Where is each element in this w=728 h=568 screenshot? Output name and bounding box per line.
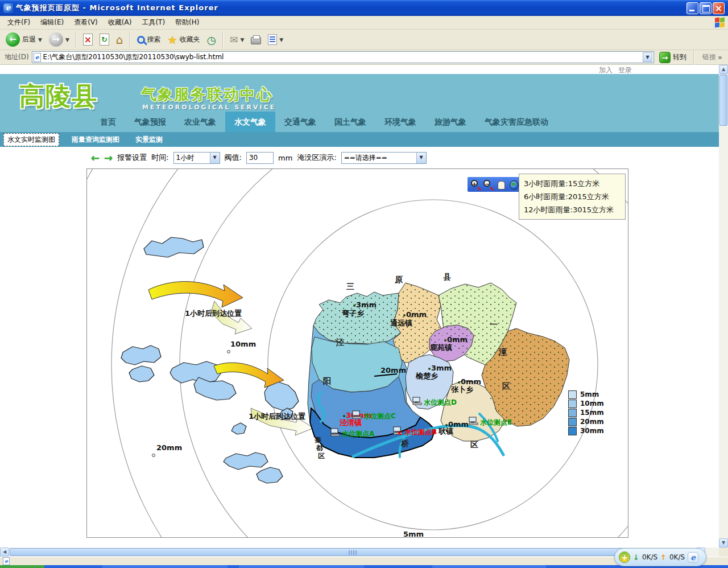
close-button[interactable] (713, 2, 725, 14)
menu-file[interactable]: 文件(F) (2, 16, 35, 29)
subtab-live-view[interactable]: 实景监测 (132, 134, 166, 146)
favorites-button[interactable]: ★ 收藏夹 (166, 32, 202, 47)
tab-agriculture[interactable]: 农业气象 (175, 112, 225, 132)
back-label: 后退 (22, 35, 36, 44)
minimize-button[interactable] (686, 2, 698, 14)
menu-edit[interactable]: 编辑(E) (35, 16, 69, 29)
sub-nav: 水文实时监测图 雨量查询监测图 实景监测 (0, 132, 719, 147)
station-label-d[interactable]: 水位测点D (424, 398, 457, 408)
flood-demo-label: 淹没区演示: (297, 153, 336, 163)
edit-dropdown-icon[interactable]: ▼ (279, 37, 283, 43)
legend-label: 15mm (580, 409, 604, 417)
neighbor-label: 桥 (401, 439, 409, 449)
forward-dropdown-icon[interactable]: ▼ (65, 37, 69, 43)
maximize-button[interactable] (700, 2, 712, 14)
home-button[interactable]: ⌂ (114, 32, 126, 47)
flood-select-value: ==请选择== (342, 153, 416, 163)
tab-tourism[interactable]: 旅游气象 (425, 112, 475, 132)
forward-button[interactable]: → ▼ (47, 31, 72, 48)
horizontal-scroll-thumb[interactable] (10, 548, 695, 556)
station-icon-a[interactable] (330, 428, 341, 437)
chevron-down-icon: ▼ (210, 153, 220, 163)
mail-button[interactable]: ✉ ▼ (228, 33, 246, 47)
threshold-label: 阀值: (225, 153, 242, 163)
windows-logo-icon (714, 17, 726, 28)
stop-button[interactable] (81, 32, 95, 47)
tab-weather-forecast[interactable]: 气象预报 (125, 112, 175, 132)
neighbor-label: 原 (395, 275, 403, 285)
taskbar[interactable] (0, 565, 728, 568)
time-select[interactable]: 1小时 ▼ (173, 152, 220, 164)
taskbar-button[interactable] (432, 565, 546, 568)
zoom-out-icon[interactable]: − (483, 180, 493, 190)
scrollbar-corner (719, 548, 728, 557)
menu-view[interactable]: 查看(V) (69, 16, 103, 29)
tab-hydrology[interactable]: 水文气象 (225, 112, 275, 132)
station-icon-c[interactable] (352, 410, 362, 419)
go-button[interactable]: → 转到 (657, 52, 689, 63)
threshold-unit: mm (278, 154, 292, 162)
arrow-label-1h: 1小时后到达位置 (249, 411, 305, 422)
address-input[interactable]: e E:\气象台\原型20110530\原型20110530\swyb-list… (32, 51, 654, 63)
map-canvas (87, 169, 628, 538)
page-icon: e (34, 53, 41, 62)
full-extent-globe-icon[interactable] (509, 180, 519, 190)
station-label-b[interactable]: 水位测点B (404, 427, 437, 437)
history-button[interactable]: ◷ (205, 32, 219, 47)
yellow-arrow-icon (148, 282, 243, 307)
mail-icon: ✉ (230, 34, 238, 46)
contour-marker (152, 454, 155, 457)
taskbar-button[interactable] (102, 565, 228, 568)
speed-monitor-widget[interactable]: ↓ 0K/S ↑ 0K/S e (614, 548, 706, 566)
flood-select[interactable]: ==请选择== ▼ (341, 152, 427, 164)
legend-swatch (568, 427, 577, 435)
back-dropdown-icon[interactable]: ▼ (38, 37, 42, 43)
print-icon (251, 37, 261, 44)
station-label-a[interactable]: 水位测点A (342, 429, 374, 439)
ie-window: e 气象预报页面原型 - Microsoft Internet Explorer… (0, 0, 728, 568)
scroll-down-icon[interactable]: ▼ (719, 538, 728, 548)
address-dropdown-icon[interactable]: ▼ (643, 52, 652, 62)
scroll-up-icon[interactable]: ▲ (719, 65, 728, 74)
download-speed: 0K/S (642, 553, 657, 561)
station-label-c[interactable]: 水位测点C (363, 411, 396, 421)
menu-help[interactable]: 帮助(H) (170, 16, 204, 29)
back-button[interactable]: ← 后退 ▼ (3, 31, 44, 48)
tab-home[interactable]: 首页 (91, 112, 125, 132)
prev-arrow-icon[interactable]: ← (91, 152, 100, 164)
refresh-button[interactable] (97, 32, 111, 47)
horizontal-scrollbar[interactable]: ◀ ▶ (0, 548, 719, 557)
station-icon-e[interactable] (469, 417, 479, 425)
station-label-e[interactable]: 水位测点E (480, 418, 512, 427)
menu-tools[interactable]: 工具(T) (136, 16, 170, 29)
subtab-rainfall-query[interactable]: 雨量查询监测图 (68, 134, 123, 146)
menu-favorites[interactable]: 收藏(A) (103, 16, 137, 29)
taskbar-button[interactable] (239, 565, 364, 568)
station-icon-d[interactable] (412, 397, 423, 405)
vertical-scrollbar[interactable]: ▲ ▼ (719, 65, 728, 548)
tab-emergency[interactable]: 气象灾害应急联动 (475, 112, 557, 132)
zoom-in-icon[interactable]: + (471, 180, 481, 190)
security-360-icon[interactable] (619, 551, 630, 563)
tab-environment[interactable]: 环境气象 (375, 112, 425, 132)
print-button[interactable] (249, 34, 263, 46)
subtab-realtime-map[interactable]: 水文实时监测图 (3, 133, 59, 146)
links-button[interactable]: 链接 (699, 52, 726, 62)
edit-button[interactable]: ▼ (266, 33, 286, 46)
station-icon-b[interactable]: × (393, 426, 403, 435)
mail-dropdown-icon[interactable]: ▼ (240, 37, 244, 43)
search-button[interactable]: 搜索 (135, 34, 163, 46)
pan-hand-icon[interactable] (497, 180, 506, 190)
next-arrow-icon[interactable]: → (104, 152, 113, 164)
tab-land[interactable]: 国土气象 (325, 112, 375, 132)
rainfall-legend: 5mm 10mm 15mm 20mm 30mm (568, 390, 604, 435)
hydrology-map[interactable]: + − 3小时面雨量:15立方米 6小时面雨量:2015立方米 12小时面雨量:… (86, 168, 628, 538)
legend-swatch (568, 418, 577, 426)
threshold-input[interactable] (246, 152, 274, 164)
ie-widget-icon[interactable]: e (688, 552, 698, 563)
alarm-label: 报警设置 (117, 153, 147, 163)
tab-traffic[interactable]: 交通气象 (275, 112, 325, 132)
scroll-left-icon[interactable]: ◀ (0, 548, 9, 557)
vertical-scroll-thumb[interactable] (719, 75, 727, 126)
browser-toolbar: ← 后退 ▼ → ▼ ⌂ 搜索 ★ 收藏夹 ◷ ✉ ▼ ▼ (0, 30, 728, 50)
